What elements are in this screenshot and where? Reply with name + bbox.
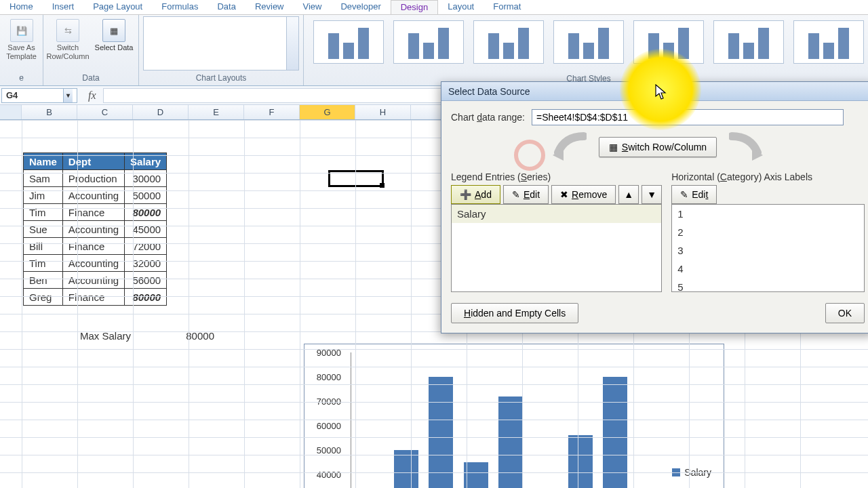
dialog-titlebar[interactable]: Select Data Source bbox=[441, 82, 868, 101]
chart-style-thumb[interactable] bbox=[473, 20, 544, 64]
axis-list-item[interactable]: 1 bbox=[672, 205, 864, 223]
column-header-g[interactable]: G bbox=[300, 105, 355, 119]
group-label-layouts: Chart Layouts bbox=[143, 73, 299, 84]
table-cell[interactable]: Jim bbox=[24, 187, 63, 204]
chart-style-thumb[interactable] bbox=[553, 20, 624, 64]
chart-data-range-input[interactable] bbox=[532, 109, 844, 125]
table-cell[interactable]: Finance bbox=[62, 289, 124, 306]
ribbon-group-type: 💾 Save As Template e bbox=[0, 15, 43, 85]
table-cell[interactable]: 50000 bbox=[125, 187, 167, 204]
dialog-title: Select Data Source bbox=[448, 86, 530, 97]
column-header-h[interactable]: H bbox=[355, 105, 411, 119]
series-remove-button[interactable]: ✖Remove bbox=[551, 185, 616, 204]
axis-list-item[interactable]: 4 bbox=[672, 260, 864, 278]
y-tick: 80000 bbox=[317, 371, 341, 382]
chart-bar bbox=[603, 377, 627, 488]
series-move-up-button[interactable]: ▲ bbox=[618, 185, 639, 204]
chart-style-thumb[interactable] bbox=[393, 20, 464, 64]
switch-row-column-button: ⇆ Switch Row/Column bbox=[47, 16, 88, 60]
column-header-b[interactable]: B bbox=[22, 105, 77, 119]
name-box[interactable]: G4 ▾ bbox=[1, 88, 77, 103]
table-row: BenAccounting56000 bbox=[24, 272, 167, 289]
name-box-dropdown[interactable]: ▾ bbox=[63, 89, 73, 102]
chart-style-thumb[interactable] bbox=[713, 20, 784, 64]
table-cell[interactable]: Accounting bbox=[62, 272, 124, 289]
table-cell[interactable]: Bill bbox=[24, 238, 63, 255]
tab-review[interactable]: Review bbox=[245, 0, 294, 14]
select-all-cell[interactable] bbox=[0, 105, 22, 119]
chart-bar bbox=[464, 462, 488, 489]
axis-list-item[interactable]: 2 bbox=[672, 223, 864, 241]
table-row: BillFinance72000 bbox=[24, 238, 167, 255]
group-label-data: Data bbox=[47, 73, 134, 84]
select-data-button[interactable]: ▦ Select Data bbox=[94, 16, 134, 60]
table-row: GregFinance80000 bbox=[24, 289, 167, 306]
tab-design[interactable]: Design bbox=[391, 0, 438, 14]
tab-data[interactable]: Data bbox=[208, 0, 245, 14]
select-data-label: Select Data bbox=[95, 43, 134, 52]
chart-style-thumb[interactable] bbox=[793, 20, 864, 64]
gallery-scroll[interactable] bbox=[286, 17, 298, 70]
table-cell[interactable]: Accounting bbox=[62, 221, 124, 238]
axis-list-item[interactable]: 3 bbox=[672, 241, 864, 260]
chart-bar bbox=[394, 450, 418, 488]
save-as-template-button: 💾 Save As Template bbox=[4, 16, 39, 60]
table-cell[interactable]: 32000 bbox=[125, 255, 167, 272]
ok-button[interactable]: OK bbox=[825, 303, 865, 323]
group-label-type: e bbox=[4, 73, 39, 84]
table-cell[interactable]: 72000 bbox=[125, 238, 167, 255]
tab-format[interactable]: Format bbox=[484, 0, 530, 14]
switch-row-column-dialog-button[interactable]: ▦ Switch Row/Column bbox=[599, 137, 717, 157]
y-tick: 50000 bbox=[317, 445, 341, 455]
column-header-e[interactable]: E bbox=[189, 105, 244, 119]
chart-y-axis: 0100002000030000400005000060000700008000… bbox=[304, 352, 345, 488]
series-add-button[interactable]: ➕Add bbox=[451, 185, 500, 204]
axis-labels-header: Horizontal (Category) Axis Labels bbox=[671, 171, 865, 182]
table-cell[interactable]: Greg bbox=[24, 289, 63, 306]
embedded-chart[interactable]: 0100002000030000400005000060000700008000… bbox=[304, 344, 724, 488]
arrow-left-icon bbox=[550, 132, 587, 162]
table-cell[interactable]: 80000 bbox=[125, 289, 167, 306]
tab-insert[interactable]: Insert bbox=[43, 0, 84, 14]
ribbon-body: 💾 Save As Template e ⇆ Switch Row/Column… bbox=[0, 15, 868, 86]
series-move-down-button[interactable]: ▼ bbox=[642, 185, 662, 204]
axis-list-item[interactable]: 5 bbox=[672, 278, 864, 292]
table-cell[interactable]: Sue bbox=[24, 221, 63, 238]
table-cell[interactable]: Finance bbox=[62, 238, 124, 255]
tab-home[interactable]: Home bbox=[0, 0, 43, 14]
table-cell[interactable]: Accounting bbox=[62, 255, 124, 272]
chart-bar bbox=[498, 396, 523, 488]
axis-edit-button[interactable]: ✎Edit bbox=[671, 185, 717, 204]
tab-layout[interactable]: Layout bbox=[438, 0, 484, 14]
chart-layouts-gallery[interactable] bbox=[143, 16, 299, 70]
hidden-empty-cells-button[interactable]: Hidden and Empty Cells bbox=[451, 303, 578, 323]
data-table: NameDeptSalarySamProduction30000JimAccou… bbox=[23, 152, 167, 306]
ribbon-tabs: HomeInsertPage LayoutFormulasDataReviewV… bbox=[0, 0, 868, 15]
fx-icon[interactable]: fx bbox=[88, 89, 96, 102]
axis-labels-listbox[interactable]: 12345 bbox=[671, 204, 865, 292]
series-edit-button[interactable]: ✎Edit bbox=[503, 185, 549, 204]
template-icon: 💾 bbox=[10, 19, 33, 42]
column-header-c[interactable]: C bbox=[77, 105, 133, 119]
table-cell[interactable]: Finance bbox=[62, 204, 124, 221]
tab-view[interactable]: View bbox=[294, 0, 332, 14]
tab-developer[interactable]: Developer bbox=[331, 0, 390, 14]
tab-page-layout[interactable]: Page Layout bbox=[83, 0, 152, 14]
table-cell[interactable]: Ben bbox=[24, 272, 63, 289]
table-cell[interactable]: Tim bbox=[24, 255, 63, 272]
chart-style-thumb[interactable] bbox=[633, 20, 704, 64]
series-listbox[interactable]: Salary bbox=[451, 204, 662, 292]
series-list-item[interactable]: Salary bbox=[452, 205, 661, 223]
chart-style-thumb[interactable] bbox=[313, 20, 384, 64]
table-cell[interactable]: 45000 bbox=[125, 221, 167, 238]
table-cell[interactable]: Accounting bbox=[62, 187, 124, 204]
chart-data-range-label: Chart data range: bbox=[451, 112, 525, 123]
edit-icon: ✎ bbox=[680, 189, 688, 200]
table-cell[interactable]: 56000 bbox=[125, 272, 167, 289]
tab-formulas[interactable]: Formulas bbox=[152, 0, 208, 14]
column-header-d[interactable]: D bbox=[133, 105, 189, 119]
table-cell[interactable]: 80000 bbox=[125, 204, 167, 221]
table-cell[interactable]: Tim bbox=[24, 204, 63, 221]
chart-bars bbox=[351, 352, 635, 488]
column-header-f[interactable]: F bbox=[244, 105, 300, 119]
